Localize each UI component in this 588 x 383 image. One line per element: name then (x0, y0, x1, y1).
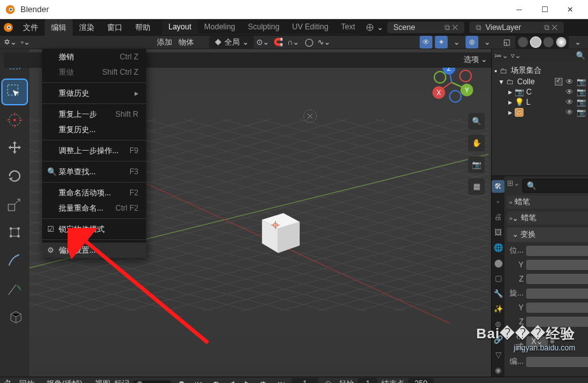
scene-selector[interactable]: Scene ⧉ ✕ (387, 22, 464, 33)
tool-scale[interactable] (3, 192, 27, 216)
window-maximize-button[interactable]: ☐ (532, 1, 557, 19)
mode-icon[interactable]: ▫⌄ (19, 36, 32, 49)
autokey-icon[interactable]: ⏺ (175, 377, 188, 383)
shading-dropdown-icon[interactable]: ⌄ (571, 36, 584, 49)
menu-render[interactable]: 渲染 (73, 19, 101, 36)
prop-tab-object-icon[interactable]: ▢ (492, 272, 504, 285)
menu-help[interactable]: 帮助 (129, 19, 157, 36)
prop-tab-material-icon[interactable]: ◉ (492, 364, 504, 377)
prop-tab-constraint-icon[interactable]: 🔗 (492, 333, 504, 346)
breadcrumb-1[interactable]: 蜡笔 (515, 197, 530, 207)
tool-add-cube[interactable] (3, 304, 27, 329)
tab-modeling[interactable]: Modeling (198, 20, 242, 34)
snap-dropdown-icon[interactable]: ∩⌄ (287, 36, 300, 49)
shading-rendered-icon[interactable] (556, 37, 566, 47)
play-reverse-icon[interactable]: ◀ (225, 377, 238, 383)
default-cube[interactable] (251, 204, 305, 257)
timeline-playback[interactable]: 回放 ⌄ (19, 379, 43, 384)
shading-solid-icon[interactable] (531, 37, 541, 47)
proportional-dropdown-icon[interactable]: ∿⌄ (318, 36, 330, 49)
window-minimize-button[interactable]: ─ (506, 1, 532, 19)
options-dropdown[interactable]: 选项 ⌄ (464, 54, 487, 65)
prop-tab-particles-icon[interactable]: ✨ (492, 303, 504, 315)
rot-z-field[interactable] (526, 317, 588, 327)
prop-tab-data-icon[interactable]: ▽ (492, 349, 504, 361)
tab-sculpting[interactable]: Sculpting (242, 20, 286, 34)
tab-layout[interactable]: Layout (162, 20, 198, 34)
shading-material-icon[interactable] (543, 37, 554, 47)
outliner-filter-icon[interactable]: ▿⌄ (511, 51, 521, 60)
start-frame[interactable]: 1 (358, 378, 378, 383)
prop-tab-render-icon[interactable]: ▫ (492, 195, 504, 208)
shading-wireframe-icon[interactable] (518, 37, 528, 47)
prop-tab-view-icon[interactable]: 🖼 (492, 226, 504, 239)
overlay-select-icon[interactable]: 👁 (420, 36, 432, 49)
gizmo-dropdown-icon[interactable]: ⌄ (450, 36, 463, 49)
props-editor-icon[interactable]: ⊞⌄ (507, 179, 520, 193)
gizmo-toggle-icon[interactable]: ✦ (435, 36, 448, 49)
end-frame[interactable]: 250 (408, 378, 434, 383)
window-close-button[interactable]: ✕ (557, 1, 583, 19)
edit-menu-item[interactable]: ⚙偏好设置... (42, 243, 146, 258)
menu-window[interactable]: 窗口 (101, 19, 129, 36)
loc-z-field[interactable] (526, 274, 588, 284)
rot-mode[interactable]: X⌄ (526, 336, 548, 347)
prop-tab-modifier-icon[interactable]: 🔧 (492, 287, 504, 300)
snap-icon[interactable]: 🧲 (272, 36, 284, 49)
edit-menu-item[interactable]: 重复历史... (42, 122, 146, 137)
tool-annotate[interactable] (3, 248, 27, 273)
edit-menu-item[interactable]: ☑锁定物体模式 (42, 222, 146, 237)
overlay-dropdown-icon[interactable]: ⌄ (481, 36, 494, 49)
nav-gizmo[interactable]: X Y Z (431, 62, 472, 103)
tool-move[interactable] (3, 136, 27, 160)
tool-transform[interactable] (3, 220, 27, 244)
blender-icon[interactable] (0, 19, 17, 36)
viewlayer-selector[interactable]: ⧉ ViewLayer ⧉ ✕ (469, 22, 564, 33)
axis-x[interactable]: X (432, 86, 445, 99)
edit-menu-item[interactable]: 撤销Ctrl Z (42, 49, 146, 64)
panel-transform[interactable]: 变换 (520, 230, 536, 239)
menu-add[interactable]: 添加 (157, 37, 172, 48)
menu-edit[interactable]: 编辑 (45, 19, 73, 36)
xray-icon[interactable]: ◱ (500, 36, 513, 49)
menu-object[interactable]: 物体 (179, 37, 194, 48)
play-icon[interactable]: ▶ (242, 377, 254, 383)
perspective-icon[interactable]: ▦ (468, 178, 485, 195)
prop-tab-output-icon[interactable]: 🖨 (492, 211, 504, 223)
tool-rotate[interactable] (3, 164, 27, 188)
outliner-camera[interactable]: C (526, 87, 562, 96)
edit-menu-item[interactable]: 重做Shift Ctrl Z (42, 64, 146, 80)
outliner-collection[interactable]: Colle (517, 77, 552, 86)
tool-cursor[interactable] (3, 108, 27, 132)
prop-tab-scene-icon[interactable]: 🌐 (492, 241, 504, 254)
editor-type-icon[interactable]: ✡⌄ (4, 36, 17, 49)
keyframe-prev-icon[interactable]: ◀• (209, 377, 221, 383)
timeline-track[interactable] (133, 380, 172, 383)
edit-menu-item[interactable]: 重做历史▸ (42, 86, 146, 101)
proportional-icon[interactable]: ◯ (302, 36, 315, 49)
tool-measure[interactable] (3, 276, 27, 301)
axis-y[interactable]: Y (460, 84, 473, 96)
outliner-search-icon[interactable]: 🔍 (576, 51, 585, 60)
loc-x-field[interactable] (526, 246, 588, 256)
outliner-light[interactable]: L (526, 98, 562, 107)
outliner[interactable]: ▪🗀场景集合 ▾🗀Colle👁📷 ▸📷C👁📷 ▸💡L👁📷 ▸🐵👁📷 (492, 62, 588, 176)
breadcrumb-2[interactable]: 蜡笔 (521, 213, 536, 223)
outliner-editor-icon[interactable]: ≔⌄ (494, 51, 508, 60)
scale-x-field[interactable] (526, 357, 588, 367)
edit-menu-item[interactable]: 重命名活动项...F2 (42, 185, 146, 200)
loc-y-field[interactable] (526, 260, 588, 270)
prop-tab-physics-icon[interactable]: ⊚ (492, 318, 504, 331)
edit-menu-item[interactable]: 重复上一步Shift R (42, 107, 146, 122)
menu-file[interactable]: 文件 (17, 19, 45, 36)
prop-tab-world-icon[interactable]: ⬤ (492, 257, 504, 269)
orientation-dropdown[interactable]: 全局 ⌄ (209, 36, 254, 49)
jump-start-icon[interactable]: ⏮ (192, 377, 205, 383)
camera-view-icon[interactable]: 📷 (468, 156, 485, 173)
keyframe-next-icon[interactable]: •▶ (258, 377, 271, 383)
pan-icon[interactable]: ✋ (468, 135, 485, 151)
frame-lock-icon[interactable]: ⏲ (322, 377, 335, 383)
zoom-icon[interactable]: 🔍 (468, 113, 485, 130)
jump-end-icon[interactable]: ⏭ (275, 377, 288, 383)
rot-y-field[interactable] (526, 303, 588, 313)
